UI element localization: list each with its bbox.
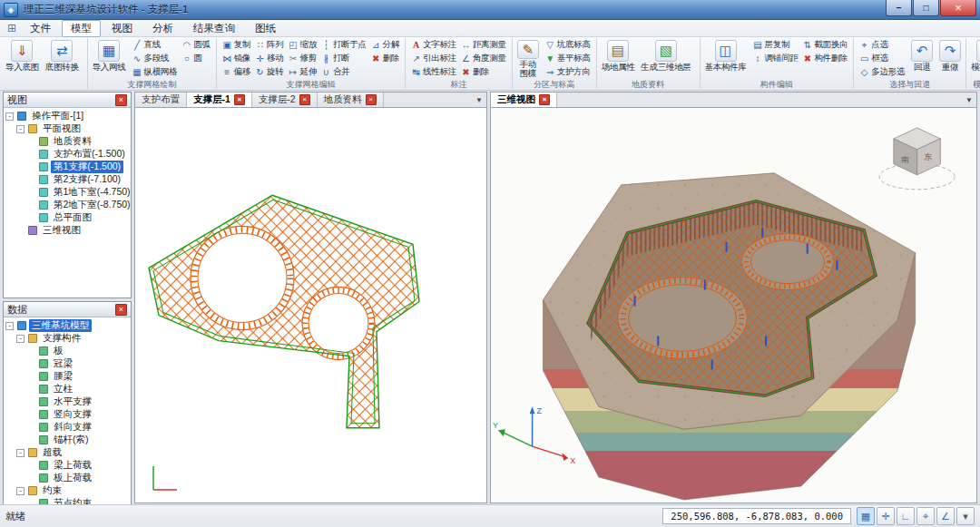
tree-item[interactable]: 第2支撑(-7.100)	[5, 173, 131, 186]
tab-geology[interactable]: 地质资料	[318, 93, 384, 107]
convert-basemap-button[interactable]: 底图转换	[43, 38, 82, 80]
tree-item[interactable]: 超载	[5, 446, 131, 459]
close-button-icon[interactable]	[940, 0, 976, 16]
ribbon-small-button[interactable]: 删除	[459, 65, 508, 79]
plan-viewport[interactable]	[134, 108, 487, 503]
ribbon-small-button[interactable]: 复制	[220, 38, 252, 52]
ribbon-small-button[interactable]: 距离测量	[459, 38, 508, 52]
tab-close-icon[interactable]	[366, 94, 377, 105]
ribbon-small-button[interactable]: 旋转	[253, 65, 285, 79]
tree-item[interactable]: 竖向支撑	[5, 408, 131, 421]
menu-drawings[interactable]: 图纸	[246, 20, 285, 37]
ribbon-small-button[interactable]: 偏移	[220, 65, 252, 79]
menu-view[interactable]: 视图	[103, 20, 142, 37]
ribbon-small-button[interactable]: 基平标高	[544, 52, 593, 65]
tree-item[interactable]: 板	[5, 345, 131, 357]
ribbon-small-button[interactable]: 阵列	[253, 38, 285, 52]
menu-file[interactable]: 文件	[21, 20, 60, 37]
tree-item[interactable]: 操作平面-[1]	[5, 110, 131, 122]
tab-brace-layer-2[interactable]: 支撑层-2	[252, 93, 318, 107]
tree-item[interactable]: 水平支撑	[5, 395, 131, 408]
ribbon-small-button[interactable]: 删除	[369, 52, 401, 65]
tree-item[interactable]: 第1支撑(-1.500)	[5, 161, 131, 173]
ribbon-small-button[interactable]: 点选	[858, 38, 906, 52]
ortho-toggle[interactable]	[897, 507, 915, 525]
close-icon[interactable]	[115, 304, 127, 316]
tree-item[interactable]: 支护布置(-1.500)	[5, 148, 131, 161]
tree-item[interactable]: 三维视图	[5, 224, 131, 237]
ribbon-small-button[interactable]: 延伸	[286, 65, 318, 79]
grid-toggle[interactable]	[857, 507, 875, 525]
ribbon-small-button[interactable]: 圆弧	[180, 38, 211, 52]
tree-toggle-icon[interactable]	[16, 449, 24, 457]
component-library-button[interactable]: 基本构件库	[702, 38, 750, 80]
menu-model[interactable]: 模型	[62, 20, 101, 37]
ribbon-small-button[interactable]: 层复制	[751, 38, 800, 52]
tab-3d-view[interactable]: 三维视图	[491, 93, 557, 107]
tree-item[interactable]: 冠梁	[5, 357, 131, 370]
minimize-button-icon[interactable]	[886, 0, 912, 16]
tab-overflow-icon[interactable]	[962, 93, 976, 107]
ribbon-small-button[interactable]: 镜像	[220, 52, 252, 65]
ribbon-small-button[interactable]: 合并	[319, 65, 368, 79]
maximize-button-icon[interactable]	[913, 0, 939, 16]
menu-analysis[interactable]: 分析	[143, 20, 182, 37]
ribbon-small-button[interactable]: 打断	[319, 52, 368, 65]
tree-item[interactable]: 三维基坑模型	[5, 319, 131, 332]
tree-toggle-icon[interactable]	[16, 335, 24, 343]
site-props-button[interactable]: 场地属性	[599, 38, 638, 80]
tab-support-layout[interactable]: 支护布置	[135, 93, 187, 107]
manual-waler-button[interactable]: 手动围檩	[514, 38, 542, 80]
model-check-button[interactable]: 模型检查	[968, 38, 980, 80]
tab-brace-layer-1[interactable]: 支撑层-1	[187, 93, 252, 107]
tree-item[interactable]: 第1地下室(-4.750)	[5, 186, 131, 199]
ribbon-small-button[interactable]: 调锚间距	[751, 52, 800, 65]
tab-close-icon[interactable]	[234, 94, 245, 105]
tree-item[interactable]: 支撑构件	[5, 332, 131, 345]
ribbon-small-button[interactable]: 坑底标高	[544, 38, 593, 52]
ribbon-small-button[interactable]: 支护方向	[544, 65, 593, 79]
ribbon-small-button[interactable]: 打断于点	[319, 38, 368, 52]
tree-toggle-icon[interactable]	[5, 322, 14, 330]
import-gridlines-button[interactable]: 导入网线	[90, 38, 129, 80]
tree-item[interactable]: 地质资料	[5, 135, 131, 148]
ribbon-small-button[interactable]: 直线	[130, 38, 179, 52]
navigation-cube[interactable]: 南 东	[879, 128, 955, 190]
tab-overflow-icon[interactable]	[472, 93, 486, 107]
ribbon-small-button[interactable]: 角度测量	[459, 52, 508, 65]
ribbon-small-button[interactable]: 线性标注	[409, 65, 458, 79]
tree-item[interactable]: 腰梁	[5, 370, 131, 383]
tree-item[interactable]: 锚杆(索)	[5, 434, 131, 446]
tree-item[interactable]: 梁上荷载	[5, 459, 131, 472]
ribbon-small-button[interactable]: 多段线	[130, 52, 179, 65]
polar-toggle[interactable]	[936, 507, 955, 525]
ribbon-small-button[interactable]: 截面换向	[800, 38, 849, 52]
tab-close-icon[interactable]	[299, 94, 310, 105]
ribbon-small-button[interactable]: 移动	[253, 52, 285, 65]
ribbon-small-button[interactable]: 多边形选	[858, 65, 906, 79]
tree-item[interactable]: 平面视图	[5, 122, 131, 135]
tree-item[interactable]: 斜向支撑	[5, 421, 131, 434]
ribbon-small-button[interactable]: 构件删除	[800, 52, 849, 65]
tree-toggle-icon[interactable]	[5, 112, 14, 121]
close-icon[interactable]	[115, 94, 127, 106]
ribbon-small-button[interactable]: 文字标注	[409, 38, 458, 52]
ribbon-small-button[interactable]: 纵横网格	[130, 65, 179, 79]
ribbon-small-button[interactable]: 修剪	[286, 52, 318, 65]
ribbon-small-button[interactable]: 引出标注	[409, 52, 458, 65]
ribbon-small-button[interactable]: 分解	[369, 38, 401, 52]
3d-viewport[interactable]: 南 东 Z X Y	[490, 108, 977, 503]
tree-toggle-icon[interactable]	[16, 125, 24, 133]
generate-strata-button[interactable]: 生成三维地层	[638, 38, 693, 80]
snap-toggle[interactable]	[877, 507, 895, 525]
more-toggle[interactable]	[956, 507, 975, 525]
quick-access-icon[interactable]	[4, 22, 20, 34]
tree-item[interactable]: 第2地下室(-8.750)	[5, 199, 131, 211]
tree-item[interactable]: 总平面图	[5, 211, 131, 224]
tree-toggle-icon[interactable]	[16, 487, 24, 495]
tree-item[interactable]: 约束	[5, 484, 131, 497]
undo-button[interactable]: 回退	[908, 38, 936, 80]
tree-item[interactable]: 板上荷载	[5, 472, 131, 484]
tree-item[interactable]: 立柱	[5, 383, 131, 395]
ribbon-small-button[interactable]: 缩放	[286, 38, 318, 52]
